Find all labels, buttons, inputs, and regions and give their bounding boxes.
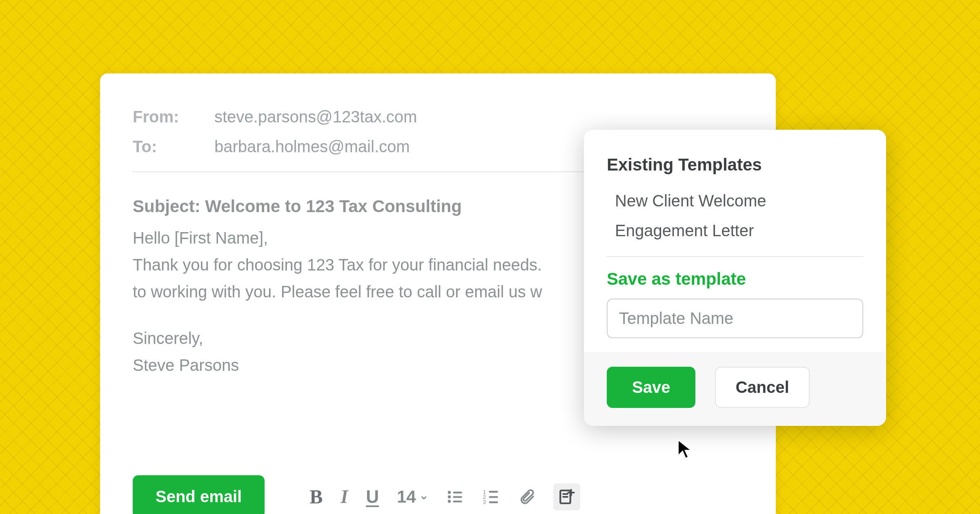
formatting-toolbar: B I U 14 123 bbox=[310, 483, 580, 510]
numbered-list-button[interactable]: 123 bbox=[482, 488, 500, 506]
cancel-button[interactable]: Cancel bbox=[715, 367, 809, 408]
svg-rect-3 bbox=[453, 496, 462, 498]
svg-rect-7 bbox=[489, 491, 498, 492]
templates-list: New Client Welcome Engagement Letter bbox=[615, 186, 863, 246]
save-as-template-label: Save as template bbox=[607, 269, 863, 289]
subject-prefix: Subject: bbox=[133, 197, 205, 216]
svg-rect-11 bbox=[489, 501, 498, 503]
send-email-button[interactable]: Send email bbox=[133, 475, 265, 514]
subject-text: Welcome to 123 Tax Consulting bbox=[205, 197, 462, 216]
font-size-value: 14 bbox=[397, 487, 416, 507]
templates-popover-title: Existing Templates bbox=[607, 155, 863, 175]
compose-bottom-row: Send email B I U 14 123 bbox=[133, 475, 580, 514]
template-button[interactable] bbox=[553, 483, 580, 510]
templates-popover: Existing Templates New Client Welcome En… bbox=[584, 130, 886, 426]
template-item[interactable]: Engagement Letter bbox=[615, 216, 863, 246]
bullet-list-icon bbox=[446, 488, 464, 506]
svg-text:3: 3 bbox=[483, 498, 486, 505]
svg-rect-5 bbox=[453, 501, 462, 502]
attach-button[interactable] bbox=[518, 488, 535, 505]
italic-button[interactable]: I bbox=[341, 486, 348, 507]
chevron-down-icon bbox=[419, 493, 428, 502]
from-value[interactable]: steve.parsons@123tax.com bbox=[214, 108, 417, 126]
bold-button[interactable]: B bbox=[310, 485, 323, 508]
from-row: From: steve.parsons@123tax.com bbox=[133, 102, 743, 132]
template-item[interactable]: New Client Welcome bbox=[615, 186, 863, 216]
to-label: To: bbox=[133, 137, 214, 156]
popover-footer: Save Cancel bbox=[584, 352, 886, 426]
svg-rect-9 bbox=[489, 496, 498, 498]
popover-divider bbox=[607, 256, 863, 257]
svg-rect-1 bbox=[453, 492, 462, 493]
svg-point-4 bbox=[448, 500, 450, 503]
svg-point-2 bbox=[448, 495, 450, 498]
underline-button[interactable]: U bbox=[366, 487, 379, 507]
paperclip-icon bbox=[518, 488, 535, 505]
to-value[interactable]: barbara.holmes@mail.com bbox=[214, 137, 410, 156]
template-name-input[interactable] bbox=[607, 299, 863, 338]
template-icon bbox=[558, 488, 575, 505]
bullet-list-button[interactable] bbox=[446, 488, 464, 506]
save-button[interactable]: Save bbox=[607, 367, 695, 408]
font-size-dropdown[interactable]: 14 bbox=[397, 487, 428, 507]
numbered-list-icon: 123 bbox=[482, 488, 500, 506]
from-label: From: bbox=[133, 108, 214, 126]
svg-point-0 bbox=[448, 491, 450, 494]
